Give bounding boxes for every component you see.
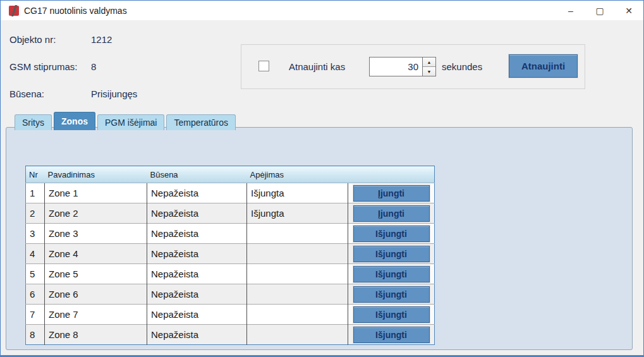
zone-nr: 1 — [26, 183, 45, 203]
refresh-interval-input[interactable] — [369, 57, 423, 76]
table-row: 4 Zone 4 Nepažeista Išjungti — [26, 244, 435, 264]
col-header-pavadinimas: Pavadinimas — [45, 166, 147, 183]
zone-action-button[interactable]: Įjungti — [353, 205, 430, 222]
zones-table: Nr Pavadinimas Būsena Apėjimas 1 Zone 1 … — [25, 166, 435, 345]
zone-status: Nepažeista — [147, 325, 247, 345]
refresh-button[interactable]: Atnaujinti — [509, 54, 578, 78]
zone-bypass — [247, 264, 348, 284]
tab-temperaturos[interactable]: Temperatūros — [166, 114, 236, 130]
auto-refresh-checkbox[interactable] — [258, 61, 269, 71]
zone-name: Zone 2 — [45, 203, 147, 224]
zone-bypass — [247, 224, 348, 244]
zone-nr: 3 — [26, 224, 45, 244]
zone-bypass: Išjungta — [247, 183, 348, 203]
gsm-strength-value: 8 — [91, 61, 96, 72]
zones-tab-panel: Nr Pavadinimas Būsena Apėjimas 1 Zone 1 … — [6, 127, 633, 350]
zone-action-button[interactable]: Įjungti — [353, 185, 430, 202]
zone-name: Zone 6 — [45, 284, 147, 305]
tab-zonos[interactable]: Zonos — [54, 112, 95, 130]
zone-status: Nepažeista — [147, 305, 247, 325]
zone-name: Zone 4 — [45, 244, 147, 264]
zone-status: Nepažeista — [147, 284, 247, 305]
zone-status: Nepažeista — [147, 183, 247, 203]
zone-bypass: Išjungta — [247, 203, 348, 224]
zone-name: Zone 8 — [45, 325, 147, 345]
stepper-up-button[interactable]: ▲ — [423, 57, 435, 67]
app-window: CG17 nuotolinis valdymas – ▢ ✕ Objekto n… — [0, 0, 644, 357]
zone-name: Zone 1 — [45, 183, 147, 203]
seconds-label: sekundes — [442, 61, 482, 72]
zone-status: Nepažeista — [147, 264, 247, 284]
table-row: 1 Zone 1 Nepažeista Išjungta Įjungti — [26, 183, 435, 203]
zone-nr: 7 — [26, 305, 45, 325]
col-header-apejimas: Apėjimas — [247, 166, 348, 183]
tab-sritys[interactable]: Sritys — [15, 114, 52, 130]
zone-nr: 4 — [26, 244, 45, 264]
zone-bypass — [247, 325, 348, 345]
titlebar: CG17 nuotolinis valdymas – ▢ ✕ — [1, 1, 643, 20]
window-controls: – ▢ ✕ — [556, 1, 643, 20]
minimize-button[interactable]: – — [556, 1, 585, 20]
auto-refresh-label: Atnaujinti kas — [289, 61, 345, 72]
gsm-strength-row: GSM stiprumas: 8 — [9, 61, 78, 72]
table-header-row: Nr Pavadinimas Būsena Apėjimas — [26, 166, 435, 183]
zone-status: Nepažeista — [147, 203, 247, 224]
arrow-down-icon: ▼ — [427, 70, 432, 74]
zone-status: Nepažeista — [147, 224, 247, 244]
zone-nr: 6 — [26, 284, 45, 305]
object-number-row: Objekto nr: 1212 — [9, 34, 56, 45]
col-header-action — [348, 166, 435, 183]
table-row: 8 Zone 8 Nepažeista Išjungti — [26, 325, 435, 345]
zone-action-button[interactable]: Išjungti — [353, 226, 430, 242]
maximize-icon: ▢ — [595, 6, 604, 16]
table-row: 6 Zone 6 Nepažeista Išjungti — [26, 284, 435, 305]
object-number-label: Objekto nr: — [9, 34, 56, 45]
object-number-value: 1212 — [91, 34, 112, 45]
status-label: Būsena: — [9, 88, 44, 99]
zone-bypass — [247, 305, 348, 325]
table-row: 2 Zone 2 Nepažeista Išjungta Įjungti — [26, 203, 435, 224]
zone-nr: 8 — [26, 325, 45, 345]
table-row: 5 Zone 5 Nepažeista Išjungti — [26, 264, 435, 284]
zone-bypass — [247, 244, 348, 264]
zone-status: Nepažeista — [147, 244, 247, 264]
zone-action-button[interactable]: Išjungti — [353, 246, 430, 262]
zone-action-button[interactable]: Išjungti — [353, 306, 430, 323]
zone-action-button[interactable]: Išjungti — [353, 266, 430, 282]
close-icon: ✕ — [625, 6, 633, 16]
table-row: 3 Zone 3 Nepažeista Išjungti — [26, 224, 435, 244]
minimize-icon: – — [568, 6, 573, 16]
close-button[interactable]: ✕ — [614, 1, 643, 20]
zone-bypass — [247, 284, 348, 305]
zone-name: Zone 3 — [45, 224, 147, 244]
refresh-interval-stepper: ▲ ▼ — [423, 57, 436, 76]
window-title: CG17 nuotolinis valdymas — [24, 6, 127, 16]
col-header-nr: Nr — [26, 166, 45, 183]
zone-nr: 5 — [26, 264, 45, 284]
status-row: Būsena: Prisijungęs — [9, 88, 44, 99]
maximize-button[interactable]: ▢ — [585, 1, 614, 20]
zone-action-button[interactable]: Išjungti — [353, 327, 430, 343]
arrow-up-icon: ▲ — [427, 60, 432, 64]
tab-pgm-isejimai[interactable]: PGM išėjimai — [97, 114, 164, 130]
app-icon — [9, 6, 19, 16]
col-header-busena: Būsena — [147, 166, 247, 183]
status-value: Prisijungęs — [91, 88, 137, 99]
zone-nr: 2 — [26, 203, 45, 224]
tab-strip: Sritys Zonos PGM išėjimai Temperatūros — [15, 112, 238, 130]
stepper-down-button[interactable]: ▼ — [423, 67, 435, 76]
refresh-groupbox: Atnaujinti kas ▲ ▼ sekundes Atnaujinti — [241, 44, 585, 89]
table-row: 7 Zone 7 Nepažeista Išjungti — [26, 305, 435, 325]
zone-name: Zone 7 — [45, 305, 147, 325]
gsm-strength-label: GSM stiprumas: — [9, 61, 78, 72]
zone-name: Zone 5 — [45, 264, 147, 284]
zone-action-button[interactable]: Išjungti — [353, 286, 430, 303]
